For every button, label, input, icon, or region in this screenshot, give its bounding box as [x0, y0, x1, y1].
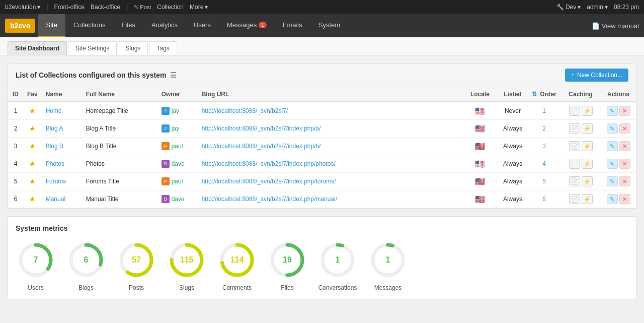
cell-fav[interactable]: ★ [23, 190, 42, 208]
content-area: List of Collections configured on this s… [0, 55, 644, 307]
table-row: 3 ★ Blog B Blog B Title P paul http://lo… [8, 138, 636, 155]
dev-dropdown[interactable]: 🔧 Dev ▾ [556, 4, 581, 11]
collection-name-link[interactable]: Forums [46, 178, 66, 185]
cache-file-btn[interactable]: 📄 [569, 176, 580, 186]
order-link[interactable]: 4 [542, 160, 546, 167]
cell-url: http://localhost:8088/_svn/b2si7/index.p… [198, 190, 462, 208]
cache-file-btn[interactable]: 📄 [569, 106, 580, 116]
blog-url-link[interactable]: http://localhost:8088/_svn/b2si7/index.p… [202, 178, 336, 185]
edit-btn[interactable]: ✎ [607, 106, 618, 116]
cell-actions: ✎ ✕ [601, 190, 636, 208]
cell-id: 6 [8, 190, 23, 208]
metric-label-users: Users [28, 284, 43, 291]
order-link[interactable]: 6 [542, 196, 546, 203]
caching-btns: 📄 ⚡ [565, 176, 597, 186]
cell-fav[interactable]: ★ [23, 102, 42, 120]
edit-btn[interactable]: ✎ [607, 123, 618, 134]
edit-btn[interactable]: ✎ [607, 194, 618, 204]
delete-btn[interactable]: ✕ [619, 176, 630, 186]
tab-system[interactable]: System [310, 14, 348, 37]
delete-btn[interactable]: ✕ [619, 123, 630, 134]
blog-url-link[interactable]: http://localhost:8088/_svn/b2si7/index.p… [202, 143, 321, 150]
owner-link[interactable]: jay [172, 107, 179, 114]
cache-file-btn[interactable]: 📄 [569, 194, 580, 204]
subtab-settings[interactable]: Site Settings [68, 41, 117, 55]
cache-file-btn[interactable]: 📄 [569, 123, 580, 134]
collection-name-link[interactable]: Photos [46, 160, 64, 167]
favorite-star[interactable]: ★ [29, 160, 36, 168]
cell-fav[interactable]: ★ [23, 120, 42, 138]
tab-emails[interactable]: Emails [275, 14, 310, 37]
favorite-star[interactable]: ★ [29, 124, 36, 133]
owner-link[interactable]: jay [172, 125, 179, 132]
brand-logo[interactable]: b2evo [5, 19, 35, 33]
subtab-slugs[interactable]: Slugs [118, 41, 148, 55]
delete-btn[interactable]: ✕ [619, 159, 630, 169]
favorite-star[interactable]: ★ [29, 177, 36, 185]
cell-caching: 📄 ⚡ [560, 120, 601, 138]
tab-files[interactable]: Files [113, 14, 143, 37]
tab-collections[interactable]: Collections [65, 14, 114, 37]
owner-link[interactable]: dave [172, 160, 185, 167]
delete-btn[interactable]: ✕ [619, 141, 630, 151]
order-link[interactable]: 3 [542, 143, 546, 150]
collection-link[interactable]: Collection [157, 4, 184, 11]
edit-btn[interactable]: ✎ [607, 159, 618, 169]
action-btns: ✎ ✕ [605, 159, 632, 169]
cache-file-btn[interactable]: 📄 [569, 159, 580, 169]
order-link[interactable]: 5 [542, 178, 546, 185]
cell-fav[interactable]: ★ [23, 173, 42, 190]
favorite-star[interactable]: ★ [29, 107, 36, 115]
order-link[interactable]: 2 [542, 125, 546, 132]
blog-url-link[interactable]: http://localhost:8088/_svn/b2si7/index.p… [202, 196, 338, 203]
view-manual-link[interactable]: 📄 View manual [592, 22, 639, 30]
cell-fav[interactable]: ★ [23, 155, 42, 173]
more-dropdown[interactable]: More ▾ [190, 4, 208, 11]
admin-dropdown[interactable]: admin ▾ [587, 4, 608, 11]
owner-link[interactable]: dave [172, 196, 185, 203]
cache-flash-btn[interactable]: ⚡ [582, 106, 593, 116]
order-link[interactable]: 1 [542, 107, 546, 114]
tab-messages[interactable]: Messages 1 [219, 14, 275, 37]
tab-site[interactable]: Site [38, 14, 65, 37]
favorite-star[interactable]: ★ [29, 142, 36, 150]
front-office-link[interactable]: Front-office [54, 4, 85, 11]
locale-flag: 🇺🇸 [475, 124, 485, 133]
delete-btn[interactable]: ✕ [619, 106, 630, 116]
tab-analytics[interactable]: Analytics [143, 14, 186, 37]
cell-name: Manual [42, 190, 82, 208]
cell-fav[interactable]: ★ [23, 138, 42, 155]
cache-flash-btn[interactable]: ⚡ [582, 141, 593, 151]
delete-btn[interactable]: ✕ [619, 194, 630, 204]
subtab-dashboard[interactable]: Site Dashboard [8, 41, 67, 55]
blog-url-link[interactable]: http://localhost:8088/_svn/b2si7/index.p… [202, 160, 336, 167]
cache-file-btn[interactable]: 📄 [569, 141, 580, 151]
tab-users[interactable]: Users [186, 14, 219, 37]
cache-flash-btn[interactable]: ⚡ [582, 123, 593, 134]
favorite-star[interactable]: ★ [29, 195, 36, 203]
collection-name-link[interactable]: Blog B [46, 143, 63, 150]
cache-flash-btn[interactable]: ⚡ [582, 176, 593, 186]
subtab-tags[interactable]: Tags [149, 41, 177, 55]
main-nav: b2evo Site Collections Files Analytics U… [0, 14, 644, 37]
cell-owner: D dave [157, 190, 198, 208]
cache-flash-btn[interactable]: ⚡ [582, 159, 593, 169]
caching-btns: 📄 ⚡ [565, 123, 597, 134]
edit-btn[interactable]: ✎ [607, 176, 618, 186]
list-icon: ☰ [170, 71, 177, 79]
blog-url-link[interactable]: http://localhost:8088/_svn/b2si7/ [202, 107, 288, 114]
blog-url-link[interactable]: http://localhost:8088/_svn/b2si7/index.p… [202, 125, 321, 132]
collection-name-link[interactable]: Home [46, 107, 62, 114]
collection-name-link[interactable]: Manual [46, 196, 65, 203]
owner-link[interactable]: paul [172, 178, 183, 185]
locale-flag: 🇺🇸 [475, 195, 485, 204]
owner-link[interactable]: paul [172, 143, 183, 150]
edit-btn[interactable]: ✎ [607, 141, 618, 151]
brand-dropdown[interactable]: b2evolution ▾ [5, 4, 40, 11]
new-collection-button[interactable]: + New Collection... [565, 69, 628, 82]
back-office-link[interactable]: Back-office [91, 4, 120, 11]
collection-name-link[interactable]: Blog A [46, 125, 63, 132]
cell-actions: ✎ ✕ [601, 138, 636, 155]
cache-flash-btn[interactable]: ⚡ [582, 194, 593, 204]
post-link[interactable]: ✎ Post [134, 4, 151, 11]
